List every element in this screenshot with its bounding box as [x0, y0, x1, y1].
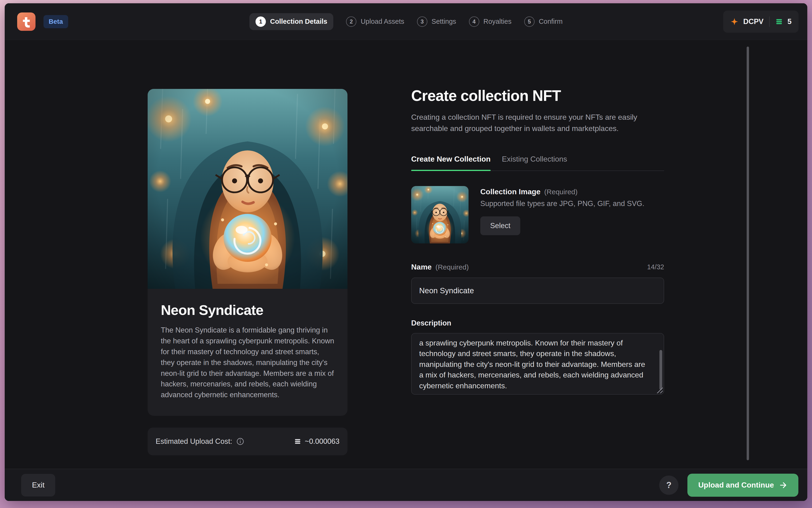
cost-label: Estimated Upload Cost: [155, 437, 232, 446]
stepper: 1 Collection Details 2 Upload Assets 3 S… [250, 13, 562, 30]
app-window: Beta 1 Collection Details 2 Upload Asset… [5, 3, 807, 501]
bottom-bar: Exit ? Upload and Continue [5, 469, 807, 501]
wallet-balance: 5 [787, 17, 792, 26]
app-logo[interactable] [17, 12, 36, 31]
file-types-help: Supported file types are JPG, PNG, GIF, … [480, 200, 644, 208]
wallet-pill[interactable]: DCPV 5 [723, 10, 799, 33]
step-upload-assets[interactable]: 2 Upload Assets [346, 16, 404, 27]
help-button[interactable]: ? [659, 475, 678, 495]
select-image-button[interactable]: Select [480, 216, 520, 235]
step-confirm[interactable]: 5 Confirm [524, 16, 563, 27]
description-input[interactable]: a sprawling cyberpunk metropolis. Known … [412, 334, 664, 394]
tab-existing-collections[interactable]: Existing Collections [502, 155, 567, 170]
divider [769, 16, 770, 27]
main-content: Neon Syndicate The Neon Syndicate is a f… [5, 40, 807, 469]
info-icon[interactable] [236, 438, 244, 445]
logo-icon [20, 16, 32, 28]
step-label: Settings [432, 17, 456, 26]
preview-title: Neon Syndicate [161, 302, 334, 318]
artwork-image [148, 89, 348, 289]
beta-badge: Beta [44, 15, 68, 28]
textarea-scrollbar[interactable] [660, 350, 662, 390]
name-field-header: Name (Required) 14/32 [411, 263, 664, 271]
page-subtitle: Creating a collection NFT is required to… [411, 112, 664, 134]
upload-cost-card: Estimated Upload Cost: ~0.000063 [148, 428, 348, 455]
thumbnail-image [411, 186, 468, 243]
content-scrollbar[interactable] [747, 47, 749, 460]
step-number: 3 [417, 16, 427, 27]
step-number: 5 [524, 16, 535, 27]
top-bar: Beta 1 Collection Details 2 Upload Asset… [5, 3, 807, 40]
top-bar-left: Beta [17, 12, 68, 31]
collection-tabs: Create New Collection Existing Collectio… [411, 155, 664, 171]
step-label: Confirm [539, 17, 563, 26]
required-hint: (Required) [436, 263, 469, 271]
description-label: Description [411, 319, 664, 327]
form-column: Create collection NFT Creating a collect… [411, 87, 664, 395]
required-hint: (Required) [544, 188, 578, 196]
collection-image-info: Collection Image (Required) Supported fi… [480, 186, 644, 243]
cost-value-group: ~0.000063 [294, 437, 340, 446]
name-label: Name [411, 263, 432, 271]
preview-description: The Neon Syndicate is a formidable gang … [161, 325, 334, 400]
cost-value: ~0.000063 [305, 437, 340, 446]
collection-image-thumbnail [411, 186, 468, 243]
collection-preview-card: Neon Syndicate The Neon Syndicate is a f… [148, 89, 348, 416]
upload-continue-label: Upload and Continue [698, 481, 774, 490]
step-collection-details[interactable]: 1 Collection Details [250, 13, 333, 30]
preview-column: Neon Syndicate The Neon Syndicate is a f… [148, 89, 348, 455]
wallet-name: DCPV [743, 17, 764, 26]
name-label-group: Name (Required) [411, 263, 469, 271]
token-icon [294, 438, 301, 445]
preview-body: Neon Syndicate The Neon Syndicate is a f… [148, 289, 348, 416]
description-field: a sprawling cyberpunk metropolis. Known … [411, 333, 664, 395]
name-char-counter: 14/32 [647, 263, 664, 271]
sparkle-icon [730, 17, 739, 26]
step-number: 1 [256, 16, 266, 27]
step-label: Collection Details [270, 17, 327, 26]
arrow-right-icon [779, 481, 787, 490]
exit-button[interactable]: Exit [21, 474, 55, 497]
step-settings[interactable]: 3 Settings [417, 16, 456, 27]
cost-label-group: Estimated Upload Cost: [155, 437, 244, 446]
collection-image-section: Collection Image (Required) Supported fi… [411, 186, 664, 243]
page-title: Create collection NFT [411, 87, 664, 104]
tab-create-new-collection[interactable]: Create New Collection [411, 155, 491, 170]
name-input[interactable] [411, 278, 664, 304]
collection-image-label: Collection Image [480, 187, 540, 196]
upload-continue-button[interactable]: Upload and Continue [687, 474, 798, 497]
step-label: Royalties [483, 17, 511, 26]
step-number: 2 [346, 16, 356, 27]
collection-artwork [148, 89, 348, 289]
collection-image-label-row: Collection Image (Required) [480, 187, 644, 196]
bottom-bar-right: ? Upload and Continue [659, 474, 798, 497]
layers-icon [775, 18, 783, 26]
step-number: 4 [469, 16, 479, 27]
step-label: Upload Assets [361, 17, 404, 26]
step-royalties[interactable]: 4 Royalties [469, 16, 511, 27]
